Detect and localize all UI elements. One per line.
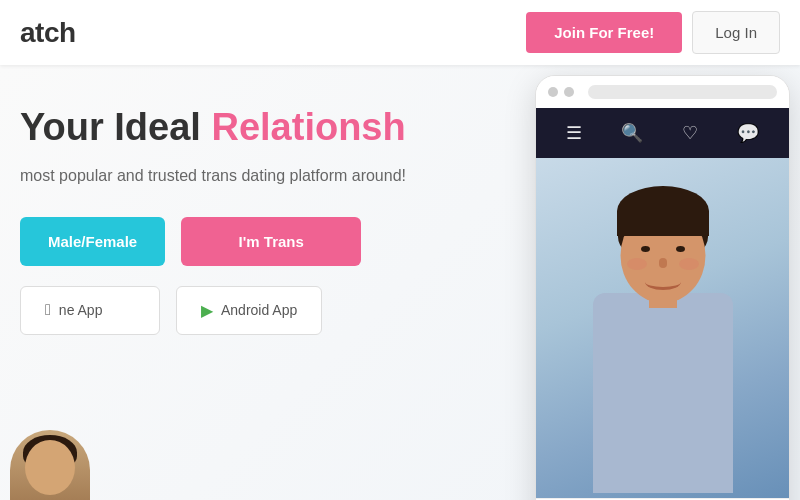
apple-app-button[interactable]:  ne App: [20, 286, 160, 335]
apple-app-label: ne App: [59, 302, 103, 318]
apple-icon: : [45, 301, 51, 319]
logo: atch: [20, 17, 76, 49]
search-icon[interactable]: 🔍: [621, 122, 643, 144]
bottom-avatar-face: [25, 440, 75, 495]
phone-mockup: ☰ 🔍 ♡ 💬: [535, 75, 790, 500]
chat-icon[interactable]: 💬: [737, 122, 759, 144]
app-buttons:  ne App ▶ Android App: [20, 286, 500, 335]
hero-title: Your Ideal Relationsh: [20, 105, 500, 151]
android-app-button[interactable]: ▶ Android App: [176, 286, 322, 335]
phone-top-bar: [536, 76, 789, 108]
bottom-avatar: [10, 430, 90, 500]
play-store-icon: ▶: [201, 301, 213, 320]
heart-icon[interactable]: ♡: [682, 122, 698, 144]
hero-title-prefix: Your Ideal: [20, 106, 211, 148]
hero-subtitle: most popular and trusted trans dating pl…: [20, 167, 500, 185]
cta-buttons: Male/Female I'm Trans: [20, 217, 500, 266]
menu-icon[interactable]: ☰: [566, 122, 582, 144]
phone-dot-2: [564, 87, 574, 97]
join-button[interactable]: Join For Free!: [526, 12, 682, 53]
login-button[interactable]: Log In: [692, 11, 780, 54]
profile-photo: [536, 158, 789, 498]
android-app-label: Android App: [221, 302, 297, 318]
hero-title-highlight: Relationsh: [211, 106, 405, 148]
male-female-button[interactable]: Male/Female: [20, 217, 165, 266]
header-actions: Join For Free! Log In: [526, 11, 780, 54]
hero-section: Your Ideal Relationsh most popular and t…: [0, 105, 520, 335]
phone-address-bar: [588, 85, 777, 99]
main-content: Your Ideal Relationsh most popular and t…: [0, 65, 800, 500]
phone-dot-1: [548, 87, 558, 97]
header: atch Join For Free! Log In: [0, 0, 800, 65]
trans-button[interactable]: I'm Trans: [181, 217, 361, 266]
app-nav-bar: ☰ 🔍 ♡ 💬: [536, 108, 789, 158]
